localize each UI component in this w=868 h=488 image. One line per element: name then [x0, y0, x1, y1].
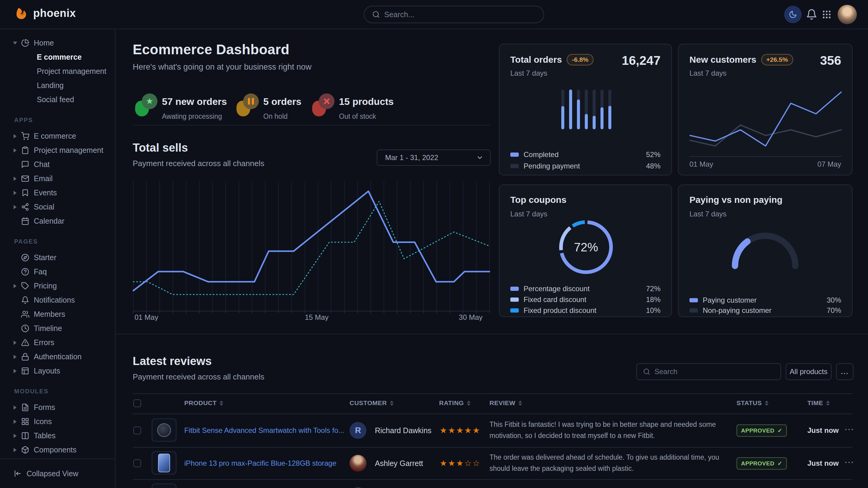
reviews-more-button[interactable]: ...	[836, 363, 854, 380]
caret-right-icon	[13, 369, 17, 373]
legend-swatch	[510, 308, 519, 313]
caret-down-icon	[13, 42, 17, 44]
user-avatar[interactable]	[838, 5, 857, 24]
grid-icon	[822, 9, 832, 20]
sidebar-item-email[interactable]: Email	[0, 171, 115, 186]
package-icon	[21, 446, 29, 454]
sidebar-item-timeline[interactable]: Timeline	[0, 321, 115, 335]
sidebar-item-home[interactable]: Home	[0, 36, 115, 50]
column-header-rating[interactable]: RATING	[439, 399, 470, 406]
legend-fixed-product-discount: Fixed product discount 10%	[510, 306, 660, 315]
column-header-customer[interactable]: CUSTOMER	[349, 399, 394, 406]
customer-name: Richard Dawkins	[375, 426, 432, 435]
select-all-checkbox[interactable]	[133, 399, 141, 407]
row-checkbox[interactable]	[133, 459, 141, 467]
reviews-search-input[interactable]	[654, 367, 775, 376]
sidebar-item-members[interactable]: Members	[0, 307, 115, 321]
bookmark-icon	[21, 189, 29, 197]
sidebar-item-project-management[interactable]: Project management	[0, 64, 115, 78]
date-range-value: Mar 1 - 31, 2022	[385, 154, 438, 162]
caret-right-icon	[13, 284, 17, 288]
product-thumbnail[interactable]	[152, 484, 177, 488]
sidebar-item-social-feed[interactable]: Social feed	[0, 93, 115, 107]
sidebar-item-e-commerce[interactable]: E commerce	[0, 129, 115, 143]
sidebar-item-events[interactable]: Events	[0, 186, 115, 200]
customer-avatar[interactable]: R	[349, 422, 367, 439]
new-customers-line-chart	[689, 80, 842, 158]
sidebar-item-tables[interactable]: Tables	[0, 429, 115, 443]
sidebar-item-label: Project management	[34, 146, 103, 155]
product-link[interactable]: Fitbit Sense Advanced Smartwatch with To…	[184, 426, 344, 435]
customer-avatar[interactable]	[349, 455, 367, 472]
brand-logo[interactable]: phoenix	[16, 7, 76, 20]
new-customers-badge: +26.5%	[761, 54, 793, 65]
column-header-time[interactable]: TIME	[807, 399, 830, 406]
legend-swatch	[689, 298, 698, 302]
caret-right-icon	[13, 148, 17, 153]
global-search[interactable]	[364, 6, 544, 23]
users-icon	[21, 310, 29, 318]
notifications-button[interactable]	[806, 8, 819, 21]
product-link[interactable]: iPhone 13 pro max-Pacific Blue-128GB sto…	[184, 459, 336, 467]
new-customers-title: New customers	[689, 55, 756, 65]
product-thumbnail[interactable]	[152, 418, 177, 442]
row-menu-button[interactable]: ···	[845, 425, 855, 434]
section-divider	[116, 334, 868, 334]
theme-toggle-button[interactable]	[784, 6, 802, 23]
sidebar-item-notifications[interactable]: Notifications	[0, 293, 115, 307]
sidebar-item-pricing[interactable]: Pricing	[0, 279, 115, 293]
sidebar-item-layouts[interactable]: Layouts	[0, 364, 115, 378]
columns-icon	[21, 432, 29, 440]
sidebar-item-chat[interactable]: Chat	[0, 157, 115, 171]
calendar-icon	[21, 217, 29, 225]
sidebar-nav: HomeE commerceProject managementLandingS…	[0, 29, 115, 457]
all-products-button[interactable]: All products	[786, 363, 832, 380]
alert-triangle-icon	[21, 338, 29, 347]
sidebar-item-authentication[interactable]: Authentication	[0, 350, 115, 364]
stat-on-hold-value: 5 orders	[263, 96, 301, 107]
reviews-search[interactable]	[637, 363, 781, 380]
rating-stars: ★★★☆☆	[440, 458, 481, 468]
bell-icon	[806, 9, 817, 20]
sidebar-item-starter[interactable]: Starter	[0, 251, 115, 265]
search-input[interactable]	[384, 10, 536, 19]
chevron-down-icon	[476, 154, 484, 161]
help-circle-icon	[21, 268, 29, 276]
svg-text:15 May: 15 May	[305, 313, 329, 321]
apps-menu-button[interactable]	[822, 8, 834, 21]
paying-period: Last 7 days	[689, 210, 726, 218]
sidebar-item-calendar[interactable]: Calendar	[0, 214, 115, 228]
column-header-status[interactable]: STATUS	[737, 399, 769, 406]
search-icon	[643, 368, 650, 375]
column-header-review[interactable]: REVIEW	[490, 399, 522, 406]
row-menu-button[interactable]: ···	[845, 458, 855, 467]
sidebar-item-project-management[interactable]: Project management	[0, 143, 115, 157]
legend-completed: Completed 52%	[510, 151, 660, 159]
caret-right-icon	[13, 448, 17, 452]
caret-right-icon	[13, 340, 17, 345]
sidebar-item-social[interactable]: Social	[0, 200, 115, 214]
sidebar-item-icons[interactable]: Icons	[0, 415, 115, 429]
column-header-product[interactable]: PRODUCT	[184, 399, 223, 406]
shopping-cart-icon	[21, 132, 29, 140]
layout-icon	[21, 367, 29, 375]
caret-right-icon	[13, 355, 17, 359]
sidebar-item-components[interactable]: Components	[0, 443, 115, 457]
legend-swatch	[689, 308, 698, 313]
caret-right-icon	[13, 176, 17, 181]
legend-swatch	[510, 153, 519, 157]
sidebar-item-e-commerce[interactable]: E commerce	[0, 50, 115, 64]
status-badge: APPROVED✓	[737, 424, 787, 437]
date-range-select[interactable]: Mar 1 - 31, 2022	[377, 150, 491, 166]
clock-icon	[21, 324, 29, 332]
sidebar-item-landing[interactable]: Landing	[0, 78, 115, 93]
collapse-view-button[interactable]: Collapsed View	[0, 458, 115, 488]
new-customers-value: 356	[820, 53, 841, 68]
sidebar-item-faq[interactable]: Faq	[0, 265, 115, 279]
product-thumbnail[interactable]	[152, 451, 177, 475]
review-time: Just now	[807, 426, 839, 435]
row-checkbox[interactable]	[133, 426, 141, 434]
sidebar-item-forms[interactable]: Forms	[0, 400, 115, 415]
sidebar-item-errors[interactable]: Errors	[0, 335, 115, 350]
table-row: iPhone 13 pro max-Pacific Blue-128GB sto…	[116, 447, 868, 479]
